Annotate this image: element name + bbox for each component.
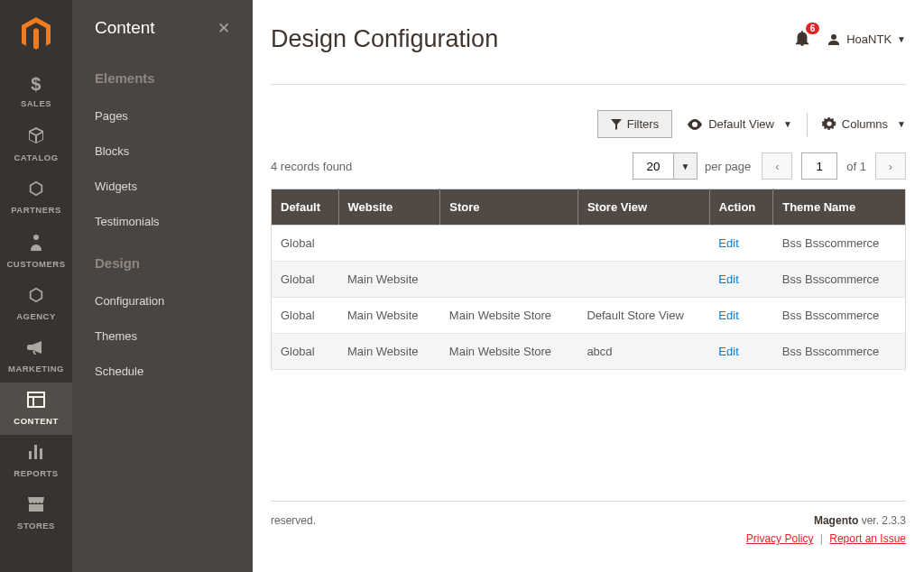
- flyout-link-themes[interactable]: Themes: [72, 318, 253, 354]
- divider: [271, 84, 906, 85]
- next-page-button[interactable]: ›: [875, 152, 906, 180]
- user-icon: [827, 32, 841, 47]
- flyout-link-configuration[interactable]: Configuration: [72, 283, 253, 318]
- page-title: Design Configuration: [271, 25, 498, 53]
- page-footer: reserved. Magento ver. 2.3.3 Privacy Pol…: [253, 501, 924, 572]
- cell-website: Main Website: [338, 298, 440, 334]
- flyout-section-design: Design Configuration Themes Schedule: [72, 239, 253, 389]
- edit-link[interactable]: Edit: [718, 345, 738, 358]
- sidebar-item-agency[interactable]: AGENCY: [0, 278, 72, 330]
- chevron-down-icon: ▼: [681, 161, 690, 171]
- flyout-link-widgets[interactable]: Widgets: [72, 169, 253, 204]
- columns-dropdown[interactable]: Columns ▼: [822, 117, 906, 132]
- table-row: GlobalMain WebsiteMain Website StoreDefa…: [272, 298, 906, 334]
- edit-link[interactable]: Edit: [718, 272, 738, 286]
- chevron-down-icon: ▼: [897, 119, 906, 129]
- edit-link[interactable]: Edit: [718, 236, 738, 250]
- flyout-link-testimonials[interactable]: Testimonials: [72, 204, 253, 239]
- storefront-icon: [27, 496, 45, 517]
- magento-logo[interactable]: [18, 16, 54, 52]
- footer-version: ver. 2.3.3: [858, 514, 906, 527]
- eye-icon: [687, 119, 703, 130]
- notif-badge: 6: [806, 23, 820, 34]
- svg-point-0: [33, 235, 39, 240]
- flyout-section-title: Elements: [72, 54, 253, 98]
- user-menu[interactable]: HoaNTK ▼: [827, 32, 906, 47]
- footer-brand: Magento: [814, 514, 858, 527]
- grid-toolbar-top: Filters Default View ▼ Columns ▼: [271, 110, 906, 138]
- table-row: GlobalMain WebsiteMain Website Storeabcd…: [272, 334, 906, 370]
- cell-website: Main Website: [338, 334, 440, 370]
- per-page-label: per page: [705, 160, 751, 173]
- page-size-dropdown[interactable]: ▼: [674, 152, 698, 180]
- svg-rect-4: [29, 451, 32, 459]
- records-found-label: 4 records found: [271, 160, 352, 173]
- report-issue-link[interactable]: Report an Issue: [829, 532, 906, 545]
- prev-page-button[interactable]: ‹: [762, 152, 792, 180]
- flyout-title: Content: [95, 18, 155, 38]
- cube-icon: [27, 126, 45, 149]
- flyout-link-blocks[interactable]: Blocks: [72, 134, 253, 169]
- col-default[interactable]: Default: [272, 189, 339, 226]
- footer-copyright-fragment: reserved.: [271, 514, 316, 545]
- privacy-policy-link[interactable]: Privacy Policy: [746, 532, 814, 545]
- hex-icon: [28, 287, 44, 308]
- cell-theme: Bss Bsscommerce: [773, 226, 906, 262]
- cell-store-view: [578, 226, 709, 262]
- cell-website: Main Website: [338, 262, 440, 298]
- notifications-button[interactable]: 6: [794, 30, 810, 49]
- main-content: Design Configuration 6 HoaNTK ▼ Filters …: [253, 0, 924, 370]
- hex-icon: [28, 180, 44, 201]
- flyout-section-title: Design: [72, 239, 253, 283]
- sidebar-item-catalog[interactable]: CATALOG: [0, 117, 72, 171]
- bars-icon: [28, 444, 44, 465]
- chevron-down-icon: ▼: [783, 119, 792, 129]
- sidebar-item-marketing[interactable]: MARKETING: [0, 330, 72, 383]
- table-row: GlobalEditBss Bsscommerce: [272, 226, 906, 262]
- flyout-link-schedule[interactable]: Schedule: [72, 354, 253, 389]
- cell-website: [338, 226, 440, 262]
- col-store[interactable]: Store: [440, 189, 578, 226]
- svg-rect-1: [28, 392, 44, 407]
- cell-store: [440, 226, 578, 262]
- grid-toolbar-bottom: 4 records found ▼ per page ‹ of 1 ›: [271, 152, 906, 180]
- svg-rect-5: [34, 445, 37, 459]
- sidebar-item-reports[interactable]: REPORTS: [0, 435, 72, 487]
- col-action[interactable]: Action: [709, 189, 772, 226]
- table-header-row: Default Website Store Store View Action …: [272, 189, 906, 226]
- default-view-dropdown[interactable]: Default View ▼: [687, 117, 792, 131]
- sidebar-item-content[interactable]: CONTENT: [0, 383, 72, 435]
- cell-store: Main Website Store: [440, 334, 578, 370]
- flyout-link-pages[interactable]: Pages: [72, 98, 253, 134]
- cell-default: Global: [272, 334, 339, 370]
- col-store-view[interactable]: Store View: [578, 189, 709, 226]
- sidebar-item-sales[interactable]: $SALES: [0, 65, 72, 117]
- close-icon[interactable]: ✕: [217, 19, 230, 38]
- chevron-left-icon: ‹: [775, 160, 779, 173]
- layout-icon: [27, 392, 45, 412]
- cell-theme: Bss Bsscommerce: [773, 262, 906, 298]
- cell-store-view: Default Store View: [578, 298, 709, 334]
- content-flyout-panel: Content ✕ Elements Pages Blocks Widgets …: [72, 0, 253, 572]
- sidebar-item-customers[interactable]: CUSTOMERS: [0, 224, 72, 278]
- col-website[interactable]: Website: [338, 189, 440, 226]
- chevron-down-icon: ▼: [897, 34, 906, 44]
- admin-icon-sidebar: $SALES CATALOG PARTNERS CUSTOMERS AGENCY…: [0, 0, 72, 572]
- cell-action: Edit: [709, 262, 772, 298]
- cell-theme: Bss Bsscommerce: [773, 334, 906, 370]
- megaphone-icon: [27, 339, 45, 360]
- page-size-input[interactable]: [633, 152, 674, 180]
- edit-link[interactable]: Edit: [718, 309, 738, 322]
- col-theme-name[interactable]: Theme Name: [773, 189, 906, 226]
- sidebar-item-partners[interactable]: PARTNERS: [0, 171, 72, 224]
- chevron-right-icon: ›: [889, 160, 892, 173]
- filters-button[interactable]: Filters: [597, 110, 672, 138]
- cell-default: Global: [272, 298, 339, 334]
- cell-default: Global: [272, 262, 339, 298]
- sidebar-item-stores[interactable]: STORES: [0, 487, 72, 540]
- cell-store-view: [578, 262, 709, 298]
- divider: [807, 113, 808, 136]
- current-page-input[interactable]: [801, 152, 837, 180]
- user-name: HoaNTK: [846, 32, 892, 46]
- design-config-grid: Default Website Store Store View Action …: [271, 189, 906, 370]
